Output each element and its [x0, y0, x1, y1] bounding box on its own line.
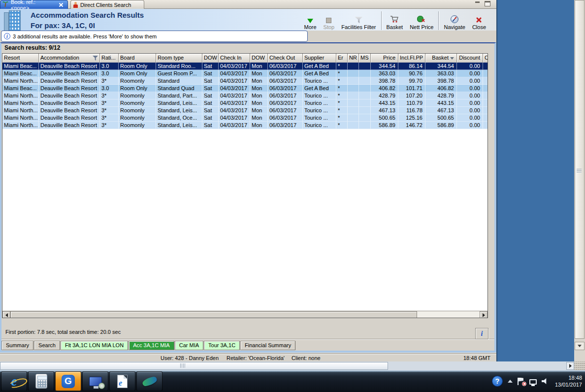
column-header-ms[interactable]: MS — [359, 54, 371, 63]
taskbar-calculator[interactable] — [28, 371, 54, 391]
window-tab-booking-ref[interactable]: Book. ref.: <none> — [0, 0, 68, 9]
cell-board: Room Only — [119, 85, 156, 92]
volume-icon[interactable] — [542, 378, 548, 385]
result-row[interactable]: Miami North...Deauville Beach Resort3*Ro… — [2, 77, 488, 85]
column-header-price[interactable]: Price — [371, 54, 398, 63]
action-center-flag-icon[interactable] — [518, 378, 524, 385]
result-row[interactable]: Miami Beac...Deauville Beach Resort3.0Ro… — [2, 70, 488, 77]
nett-price-button[interactable]: Nett Price — [406, 10, 437, 30]
cell-supplier: Get A Bed — [303, 85, 336, 92]
column-header-board[interactable]: Board — [119, 54, 156, 63]
cell-check-in: 04/03/2017 — [219, 70, 250, 77]
more-button[interactable]: More — [301, 10, 320, 30]
tab-acc-3a-1c-mia[interactable]: Acc 3A,1C MIA — [129, 341, 174, 350]
window-tab-direct-clients-search[interactable]: Direct Clients Search — [70, 0, 144, 9]
tab-tour-3a-1c[interactable]: Tour 3A,1C — [204, 341, 240, 350]
cell-check-out: 06/03/2017 — [268, 99, 303, 107]
column-filter-icon[interactable] — [93, 56, 98, 61]
scroll-right-button[interactable] — [480, 311, 488, 318]
column-header-er[interactable]: Er — [336, 54, 348, 63]
close-button[interactable]: Close — [469, 10, 489, 30]
column-header-room-type[interactable]: Room type — [156, 54, 202, 63]
calculator-icon — [35, 374, 47, 389]
tab-financial-summary[interactable]: Financial Summary — [240, 341, 295, 350]
column-header-accommodation[interactable]: Accommodation — [39, 54, 100, 63]
column-header-dow[interactable]: DOW — [202, 54, 219, 63]
taskbar-clock[interactable]: 18:48 13/01/2017 — [555, 374, 582, 388]
table-scrollbar-track[interactable] — [417, 311, 480, 318]
cell-check-in: 04/03/2017 — [219, 122, 250, 129]
column-header-c[interactable]: C — [483, 54, 488, 63]
cell-er: * — [336, 99, 348, 107]
facilities-filter-button[interactable]: Facilities Filter — [338, 10, 379, 30]
bottom-tab-bar: SummarySearchFlt 3A,1C LON MIA LONAcc 3A… — [1, 341, 494, 350]
window-tab-label: Direct Clients Search — [80, 2, 131, 8]
show-hidden-icons-arrow[interactable] — [508, 380, 513, 383]
resize-grip[interactable] — [574, 361, 585, 370]
result-row[interactable]: Miami North...Deauville Beach Resort3*Ro… — [2, 92, 488, 99]
column-header-nr[interactable]: NR — [348, 54, 359, 63]
cell-rati: 3* — [100, 122, 119, 129]
result-row[interactable]: Miami North...Deauville Beach Resort3*Ro… — [2, 122, 488, 129]
navigate-button[interactable]: Navigate — [440, 10, 468, 30]
minimize-button[interactable] — [475, 1, 481, 6]
horizontal-scrollbar-thumb[interactable] — [0, 362, 388, 370]
cell-accommodation: Deauville Beach Resort — [39, 70, 100, 77]
result-row[interactable]: Miami North...Deauville Beach Resort3*Ro… — [2, 114, 488, 122]
cell-price: 398.78 — [371, 77, 398, 85]
cell-basket: 406.82 — [425, 85, 457, 92]
pax-subtitle: For pax: 3A, 1C, 0I — [31, 21, 95, 30]
tab-flt-3a-1c-lon-mia-lon[interactable]: Flt 3A,1C LON MIA LON — [61, 341, 128, 350]
scroll-left-button[interactable] — [2, 311, 10, 318]
close-icon[interactable] — [59, 2, 64, 7]
taskbar-ie-document[interactable]: e — [109, 371, 135, 391]
column-header-basket[interactable]: Basket — [425, 54, 457, 63]
taskbar-remote-desktop[interactable] — [82, 371, 108, 391]
scroll-down-button[interactable] — [575, 342, 585, 350]
help-icon[interactable]: ? — [492, 376, 503, 387]
column-header-check-out[interactable]: Check Out — [268, 54, 303, 63]
result-row[interactable]: Miami Beac...Deauville Beach Resort3.0Ro… — [2, 85, 488, 92]
horizontal-scrollbar[interactable] — [0, 361, 574, 370]
clock-date: 13/01/2017 — [555, 381, 582, 388]
maximize-button[interactable] — [485, 1, 490, 6]
cell-dow: Mon — [250, 70, 268, 77]
table-horizontal-scrollbar[interactable] — [2, 311, 488, 318]
taskbar-apps: e G e — [1, 371, 162, 391]
result-row[interactable]: Miami Beac...Deauville Beach Resort3.0Ro… — [2, 63, 488, 70]
network-icon[interactable] — [529, 379, 537, 385]
taskbar-internet-explorer[interactable]: e — [1, 371, 27, 391]
result-row[interactable]: Miami North...Deauville Beach Resort3*Ro… — [2, 107, 488, 114]
background-panel — [496, 0, 574, 361]
column-header-incl-fl-pp[interactable]: Incl.Fl.PP — [398, 54, 425, 63]
cell-nr — [348, 63, 359, 70]
scroll-right-button[interactable] — [566, 362, 574, 370]
column-header-resort[interactable]: Resort — [2, 54, 39, 63]
column-header-check-in[interactable]: Check In — [219, 54, 250, 63]
info-button[interactable]: i — [475, 328, 488, 339]
result-row[interactable]: Miami North...Deauville Beach Resort3*Ro… — [2, 99, 488, 107]
basket-button[interactable]: Basket — [383, 10, 407, 30]
vertical-scrollbar[interactable] — [574, 0, 585, 361]
cell-basket: 586.89 — [425, 122, 457, 129]
cell-accommodation: Deauville Beach Resort — [39, 63, 100, 70]
tab-summary[interactable]: Summary — [1, 341, 33, 350]
taskbar-booking-app[interactable]: G — [55, 371, 81, 391]
cell-check-in: 04/03/2017 — [219, 99, 250, 107]
stop-button[interactable]: Stop — [320, 10, 338, 30]
cell-basket: 363.03 — [425, 70, 457, 77]
cell-dow: Sat — [202, 114, 219, 122]
tab-car-mia[interactable]: Car MIA — [175, 341, 203, 350]
taskbar-map-app[interactable] — [136, 371, 162, 391]
cell-er: * — [336, 107, 348, 114]
cell-check-out: 06/03/2017 — [268, 114, 303, 122]
cell-c — [483, 114, 488, 122]
column-header-discount[interactable]: Discount — [457, 54, 483, 63]
tab-search[interactable]: Search — [34, 341, 60, 350]
column-header-rati[interactable]: Rati... — [100, 54, 119, 63]
stop-icon — [326, 18, 331, 23]
sort-arrow-icon — [450, 57, 454, 60]
column-header-supplier[interactable]: Supplier — [303, 54, 336, 63]
column-header-dow[interactable]: DOW — [250, 54, 268, 63]
table-scrollbar-thumb[interactable] — [10, 311, 417, 318]
